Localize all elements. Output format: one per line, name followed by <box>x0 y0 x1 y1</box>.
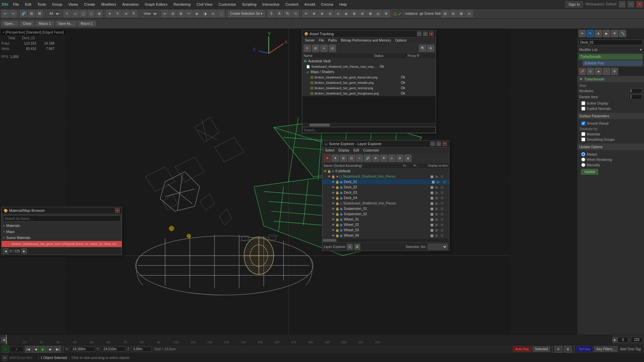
scene-row-wheel03[interactable]: 👁 🔒 ▣ Wheel_03 ▦ ▷ □ <box>322 228 449 233</box>
asset-menu-bitmap-perf[interactable]: Bitmap Performance and Memory <box>341 39 391 42</box>
asset-search-input[interactable] <box>302 127 436 133</box>
set-key-btn[interactable]: Set Key <box>576 346 593 352</box>
isoline-checkbox[interactable] <box>581 101 585 105</box>
remove-modifier-btn[interactable]: ✕ <box>603 68 610 75</box>
align-btn[interactable]: ⊟ <box>169 10 176 17</box>
y-coord-input[interactable]: -24,510m <box>101 347 126 352</box>
rotate-btn[interactable]: ↻ <box>114 10 121 17</box>
move-btn[interactable]: ✛ <box>106 10 113 17</box>
scene-row-suspension02[interactable]: 👁 🔒 ▣ Suspension_02 ▦ ▷ □ <box>322 212 449 217</box>
asset-row-basecolor[interactable]: 🖼 Broken_Skateboard_Set_geo5_BaseColor.p… <box>302 75 436 80</box>
scene-row-deck03[interactable]: 👁 🔒 ▣ Deck_03 ▦ ▷ □ <box>322 190 449 195</box>
extra-btn-1[interactable]: ⊞ <box>441 10 449 17</box>
prev-frame-btn[interactable]: ◀ <box>32 346 39 353</box>
smoothing-groups-checkbox[interactable] <box>581 137 585 141</box>
scene-explorer-minimize[interactable]: ─ <box>430 141 435 146</box>
scene-footer-btn1[interactable]: ⊙ <box>347 244 353 250</box>
menu-item-customize[interactable]: Customize <box>216 2 239 7</box>
scene-expand-icon-group[interactable]: ▼ <box>336 175 339 178</box>
redo-btn[interactable]: ↪ <box>9 10 17 17</box>
asset-row-roughness[interactable]: 🖼 Broken_Skateboard_Set_geo5_Roughness.p… <box>302 91 436 96</box>
mirror-btn[interactable]: ⇔ <box>161 10 168 17</box>
menu-item-animation[interactable]: Animation <box>119 2 141 7</box>
scene-tb-btn-link[interactable]: 🔗 <box>364 155 371 162</box>
scene-tb-btn-new-layer[interactable]: + <box>356 155 363 162</box>
additional-btn-8[interactable]: ⊠ <box>367 10 374 17</box>
angle-snap-btn[interactable]: A <box>276 10 283 17</box>
scene-tb-btn-freeze[interactable]: ❄ <box>372 155 379 162</box>
motion-tab-btn[interactable]: ▶ <box>603 30 610 37</box>
asset-menu-options[interactable]: Options <box>395 39 407 42</box>
pin-stack-btn[interactable]: 📌 <box>579 68 586 75</box>
asset-menu-server[interactable]: Server <box>305 39 315 42</box>
unlink-btn[interactable]: ⛓ <box>28 10 35 17</box>
asset-row-maxfile[interactable]: 📄 Skateboard_Shattered_into_Pieces_max_v… <box>302 64 436 69</box>
menu-item-file[interactable]: File <box>10 2 22 7</box>
asset-tb-btn-2[interactable]: ⊞ <box>312 45 319 52</box>
additional-btn-5[interactable]: ◈ <box>342 10 350 17</box>
scene-tb-btn-extra1[interactable]: ⚙ <box>396 155 404 162</box>
spinner-snap-btn[interactable]: ⌥ <box>292 10 299 17</box>
timeline-left-btn[interactable]: ◀ <box>1 337 6 343</box>
scale-uniform-btn[interactable]: ⇱ <box>130 10 138 17</box>
scene-tb-btn-x[interactable]: ✕ <box>324 155 331 162</box>
selection-set-dropdown[interactable] <box>428 244 448 250</box>
scene-row-wheel01[interactable]: 👁 🔒 ▣ Wheel_01 ▦ ▷ □ <box>322 217 449 222</box>
extra-btn-4[interactable]: ⊙ <box>466 10 473 17</box>
asset-row-metallic[interactable]: 🖼 Broken_Skateboard_Set_geo5_Metallic.pn… <box>302 80 436 85</box>
always-radio[interactable] <box>581 152 585 156</box>
menu-item-scripting[interactable]: Scripting <box>239 2 259 7</box>
select-link-btn[interactable]: 🔗 <box>20 10 27 17</box>
scene-explorer-maximize[interactable]: □ <box>436 141 441 146</box>
scene-row-skateboard-pieces[interactable]: 👁 🔒 ◻ Skateboard_Shattered_into_Pieces ▦… <box>322 201 449 206</box>
menu-item-civil-view[interactable]: Civil View <box>194 2 215 7</box>
menu-item-edit[interactable]: Edit <box>22 2 34 7</box>
undo-btn[interactable]: ↩ <box>1 10 9 17</box>
asset-tb-btn-4[interactable]: ⊟ <box>329 45 336 52</box>
asset-row-vault[interactable]: 🏛 Autodesk Vault <box>302 59 436 64</box>
viewport-3d[interactable]: X Y Z <box>0 29 577 335</box>
configure-modifier-sets-btn[interactable]: ⚙ <box>611 68 618 75</box>
playback-settings-btn[interactable]: ⚙ <box>564 346 572 353</box>
materials-checkbox[interactable] <box>581 132 585 136</box>
scene-materials-section[interactable]: + Scene Materials <box>2 235 122 241</box>
make-unique-btn[interactable]: ◈ <box>595 68 602 75</box>
turbosmooth-collapse-icon[interactable]: ▼ <box>579 77 583 81</box>
window-crossing-btn[interactable]: ⊞ <box>96 10 103 17</box>
xform-gizmo-btn[interactable]: ✕ <box>302 10 310 17</box>
menu-item-tools[interactable]: Tools <box>35 2 49 7</box>
additional-btn-2[interactable]: ⊗ <box>318 10 326 17</box>
manually-radio[interactable] <box>581 163 585 167</box>
scene-row-default[interactable]: 👁 🔒 ⊟ 0 (default) <box>322 169 449 174</box>
scene-explorer-close[interactable]: ✕ <box>442 141 447 146</box>
additional-btn-7[interactable]: ⊟ <box>359 10 366 17</box>
scene-row-wheel02[interactable]: 👁 🔒 ▣ Wheel_02 ▦ ▷ □ <box>322 222 449 228</box>
update-btn[interactable]: Update <box>581 169 598 175</box>
asset-tb-filter[interactable]: ⚙ <box>427 45 434 52</box>
additional-btn-10[interactable]: ⚙ <box>383 10 390 17</box>
play-btn[interactable]: ▶ <box>40 346 46 353</box>
frame-counter-input[interactable] <box>618 337 628 343</box>
asset-scrollbar-h[interactable] <box>303 124 436 126</box>
display-tab-btn[interactable]: 👁 <box>611 30 618 37</box>
frame-type-indicator[interactable]: I <box>2 346 9 353</box>
auto-key-btn[interactable]: Auto Key <box>513 346 531 352</box>
render-iters-input[interactable]: 2 <box>629 95 642 100</box>
additional-btn-1[interactable]: ⊕ <box>310 10 318 17</box>
menu-item-content[interactable]: Content <box>283 2 301 7</box>
additional-btn-9[interactable]: ◎ <box>375 10 382 17</box>
menu-item-views[interactable]: Views <box>66 2 81 7</box>
modify-tab-btn[interactable]: ✎ <box>587 30 594 37</box>
key-filters-btn[interactable]: Key Filters... <box>594 346 618 352</box>
scene-tb-btn-layer[interactable]: ⊟ <box>348 155 355 162</box>
menu-item-graph-editors[interactable]: Graph Editors <box>142 2 170 7</box>
mat-next-btn[interactable]: ▶ <box>21 248 27 254</box>
scale-btn[interactable]: ⇲ <box>122 10 129 17</box>
asset-menu-paths[interactable]: Paths <box>328 39 337 42</box>
select-region-rect-btn[interactable]: ▭ <box>71 10 79 17</box>
timeline-right-btn[interactable]: ▶ <box>612 337 617 343</box>
selected-btn[interactable]: Selected <box>533 346 550 352</box>
additional-btn-3[interactable]: ⊘ <box>326 10 334 17</box>
asset-tb-btn-1[interactable]: ↻ <box>304 45 311 52</box>
bind-space-warp-btn[interactable]: ⌘ <box>36 10 43 17</box>
